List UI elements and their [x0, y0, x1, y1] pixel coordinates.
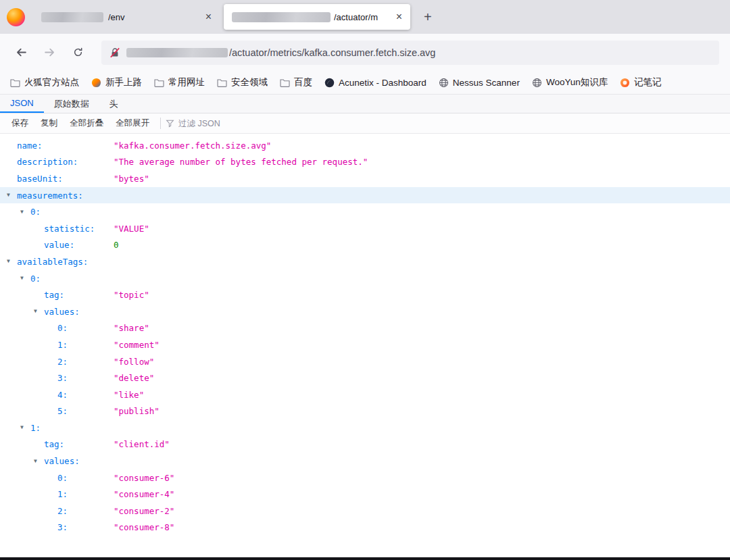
twisty-icon[interactable]: ▼	[7, 193, 17, 198]
json-value: "publish"	[114, 406, 160, 416]
bookmark-item[interactable]: 百度	[274, 71, 318, 94]
json-key: 3:	[57, 373, 68, 383]
tab-bar: /env × /actuator/m × +	[0, 0, 730, 34]
twisty-icon[interactable]: ▼	[20, 425, 30, 430]
browser-tab-actuator[interactable]: /actuator/m ×	[224, 4, 410, 30]
json-row[interactable]: ▼value:0	[0, 237, 730, 254]
json-row[interactable]: ▼2:"follow"	[0, 353, 730, 370]
json-row[interactable]: ▼3:"delete"	[0, 370, 730, 386]
bookmark-item[interactable]: Acunetix - Dashboard	[318, 71, 433, 94]
bookmark-label: 火狐官方站点	[24, 76, 79, 88]
redacted-tab-title	[41, 12, 103, 22]
json-row[interactable]: ▼1:"consumer-4"	[0, 486, 730, 503]
acunetix-icon	[324, 78, 335, 88]
json-row[interactable]: ▼tag:"client.id"	[0, 436, 730, 453]
json-value: "share"	[114, 323, 149, 333]
json-value: "delete"	[114, 373, 154, 383]
json-key: value:	[44, 240, 74, 250]
json-key: tag:	[44, 439, 64, 449]
url-bar[interactable]: /actuator/metrics/kafka.consumer.fetch.s…	[101, 41, 719, 65]
json-row[interactable]: ▼1:	[0, 419, 730, 436]
json-row[interactable]: ▼0:	[0, 203, 730, 220]
json-row[interactable]: ▼tag:"topic"	[0, 286, 730, 303]
twisty-icon[interactable]: ▼	[34, 459, 44, 464]
expand-all-button[interactable]: 全部展开	[110, 118, 155, 129]
viewer-tab-头[interactable]: 头	[99, 95, 128, 113]
insecure-lock-icon[interactable]	[110, 47, 120, 58]
json-row[interactable]: ▼statistic:"VALUE"	[0, 220, 730, 237]
bookmark-label: 记笔记	[634, 76, 662, 88]
back-button[interactable]	[9, 41, 32, 64]
close-tab-icon[interactable]: ×	[201, 11, 216, 22]
json-viewer-tabstrip: JSON原始数据头	[0, 95, 730, 113]
json-value: "like"	[114, 390, 144, 400]
json-row[interactable]: ▼0:"share"	[0, 320, 730, 337]
json-row[interactable]: ▼availableTags:	[0, 253, 730, 270]
bookmark-item[interactable]: WooYun知识库	[526, 71, 614, 94]
notes-icon	[620, 78, 630, 88]
folder-icon	[154, 78, 164, 87]
bookmark-item[interactable]: 常用网址	[148, 71, 211, 94]
close-tab-icon[interactable]: ×	[392, 11, 406, 22]
json-tree: ▼name:"kafka.consumer.fetch.size.avg"▼de…	[0, 134, 730, 557]
json-row[interactable]: ▼baseUnit:"bytes"	[0, 170, 730, 187]
twisty-icon[interactable]: ▼	[20, 209, 30, 215]
json-value: "comment"	[114, 340, 160, 350]
save-button[interactable]: 保存	[5, 118, 34, 129]
json-row[interactable]: ▼name:"kafka.consumer.fetch.size.avg"	[0, 137, 730, 154]
bookmark-item[interactable]: Nessus Scanner	[433, 71, 526, 94]
bookmark-item[interactable]: 火狐官方站点	[4, 71, 85, 94]
browser-tab-env[interactable]: /env ×	[33, 4, 220, 30]
json-viewer-toolbar: 保存 复制 全部折叠 全部展开	[0, 113, 730, 134]
bookmarks-bar: 火狐官方站点新手上路常用网址安全领域百度Acunetix - Dashboard…	[0, 71, 730, 95]
bookmark-label: WooYun知识库	[546, 76, 608, 88]
url-path: /actuator/metrics/kafka.consumer.fetch.s…	[229, 47, 435, 58]
bookmark-label: 常用网址	[168, 76, 205, 88]
filter-json-input[interactable]	[178, 119, 327, 128]
json-row[interactable]: ▼measurements:	[0, 187, 730, 204]
json-row[interactable]: ▼0:	[0, 270, 730, 287]
json-row[interactable]: ▼2:"consumer-2"	[0, 503, 730, 519]
json-row[interactable]: ▼description:"The average number of byte…	[0, 154, 730, 171]
json-row[interactable]: ▼values:	[0, 453, 730, 469]
json-key: name:	[17, 141, 43, 151]
json-row[interactable]: ▼5:"publish"	[0, 403, 730, 420]
json-key: values:	[44, 456, 80, 466]
json-key: description:	[17, 157, 78, 167]
json-row[interactable]: ▼0:"consumer-6"	[0, 469, 730, 486]
json-row[interactable]: ▼1:"comment"	[0, 336, 730, 353]
json-key: 1:	[57, 489, 68, 499]
collapse-all-button[interactable]: 全部折叠	[64, 118, 110, 129]
new-tab-button[interactable]: +	[414, 9, 441, 25]
twisty-icon[interactable]: ▼	[20, 276, 30, 281]
bookmark-item[interactable]: 记笔记	[614, 71, 668, 94]
forward-button[interactable]	[38, 41, 61, 64]
browser-window: /env × /actuator/m × +	[0, 0, 730, 560]
folder-icon	[280, 78, 290, 87]
copy-button[interactable]: 复制	[34, 118, 64, 129]
tab-title: /env	[108, 12, 201, 22]
json-key: baseUnit:	[17, 174, 63, 184]
twisty-icon[interactable]: ▼	[7, 259, 17, 264]
viewer-tab-JSON[interactable]: JSON	[0, 95, 44, 113]
globe-icon	[532, 78, 542, 88]
redacted-tab-title	[232, 12, 331, 22]
json-value: 0	[114, 240, 119, 250]
json-key: availableTags:	[17, 257, 88, 267]
firefox-icon[interactable]	[7, 8, 25, 26]
viewer-tab-原始数据[interactable]: 原始数据	[44, 95, 99, 113]
json-value: "VALUE"	[114, 224, 149, 234]
reload-icon	[73, 47, 83, 57]
twisty-icon[interactable]: ▼	[34, 309, 44, 314]
bookmark-item[interactable]: 安全领域	[211, 71, 274, 94]
json-key: measurements:	[17, 190, 83, 201]
bookmark-item[interactable]: 新手上路	[85, 71, 148, 94]
json-row[interactable]: ▼3:"consumer-8"	[0, 519, 730, 536]
json-row[interactable]: ▼values:	[0, 303, 730, 320]
filter-funnel-icon	[166, 119, 174, 128]
reload-button[interactable]	[66, 41, 89, 64]
json-row[interactable]: ▼4:"like"	[0, 386, 730, 403]
json-key: 0:	[30, 274, 41, 284]
folder-icon	[217, 78, 227, 87]
json-value: "consumer-4"	[114, 489, 174, 499]
